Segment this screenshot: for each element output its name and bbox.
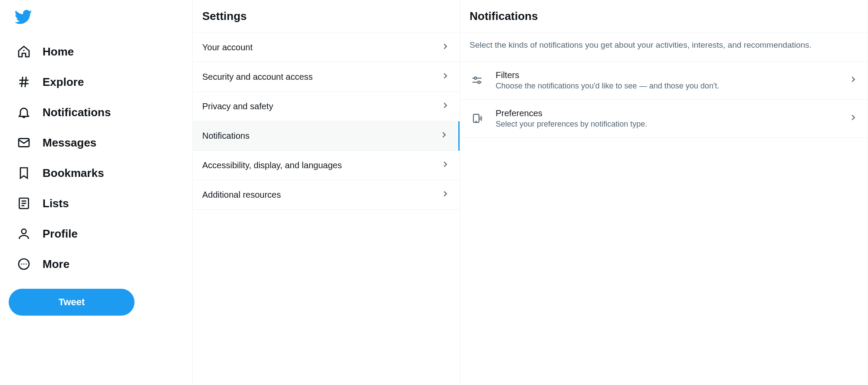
- person-icon: [16, 226, 31, 241]
- settings-column: Settings Your account Security and accou…: [193, 0, 460, 385]
- settings-item-label: Security and account access: [202, 72, 313, 82]
- svg-point-12: [21, 264, 22, 265]
- svg-point-10: [22, 229, 26, 234]
- nav-lists[interactable]: Lists: [9, 188, 77, 219]
- nav-more[interactable]: More: [9, 249, 77, 279]
- detail-item-filters[interactable]: Filters Choose the notifications you'd l…: [460, 62, 868, 100]
- chevron-right-icon: [441, 189, 450, 201]
- nav-label: Lists: [43, 197, 69, 210]
- device-sound-icon: [470, 112, 484, 124]
- detail-item-subtitle: Select your preferences by notification …: [496, 120, 837, 129]
- settings-item-label: Privacy and safety: [202, 101, 273, 111]
- bell-icon: [16, 105, 31, 120]
- svg-line-3: [22, 77, 23, 87]
- chevron-right-icon: [848, 113, 858, 124]
- home-icon: [16, 44, 31, 59]
- nav-label: Bookmarks: [43, 166, 104, 180]
- settings-item-notifications[interactable]: Notifications: [193, 121, 460, 151]
- chevron-right-icon: [441, 101, 450, 112]
- settings-item-label: Your account: [202, 42, 253, 52]
- svg-point-0: [23, 50, 24, 51]
- chevron-right-icon: [441, 160, 450, 171]
- svg-point-14: [26, 264, 27, 265]
- detail-description: Select the kinds of notifications you ge…: [460, 33, 868, 62]
- settings-item-label: Notifications: [202, 131, 250, 141]
- detail-item-title: Filters: [496, 70, 837, 80]
- twitter-bird-icon: [14, 8, 32, 26]
- nav-messages[interactable]: Messages: [9, 127, 104, 158]
- settings-item-label: Additional resources: [202, 190, 281, 200]
- nav-label: More: [43, 258, 69, 271]
- svg-line-4: [25, 77, 26, 87]
- settings-item-security[interactable]: Security and account access: [193, 62, 460, 92]
- sliders-icon: [470, 74, 484, 86]
- settings-item-resources[interactable]: Additional resources: [193, 180, 460, 210]
- twitter-logo[interactable]: [9, 3, 192, 36]
- chevron-right-icon: [848, 75, 858, 86]
- detail-body: Preferences Select your preferences by n…: [496, 108, 837, 129]
- chevron-right-icon: [441, 71, 450, 83]
- settings-item-account[interactable]: Your account: [193, 33, 460, 62]
- nav-notifications[interactable]: Notifications: [9, 97, 118, 127]
- detail-item-subtitle: Choose the notifications you'd like to s…: [496, 82, 837, 91]
- chevron-right-icon: [441, 42, 450, 53]
- nav-label: Notifications: [43, 106, 111, 119]
- envelope-icon: [16, 135, 31, 150]
- nav-label: Profile: [43, 227, 78, 241]
- nav-explore[interactable]: Explore: [9, 67, 92, 97]
- svg-point-13: [23, 264, 25, 265]
- settings-item-privacy[interactable]: Privacy and safety: [193, 92, 460, 121]
- nav-label: Messages: [43, 136, 96, 150]
- more-icon: [16, 257, 31, 271]
- bookmark-icon: [16, 166, 31, 180]
- nav-home[interactable]: Home: [9, 36, 82, 67]
- detail-column: Notifications Select the kinds of notifi…: [460, 0, 868, 385]
- svg-point-18: [478, 81, 480, 83]
- nav-profile[interactable]: Profile: [9, 219, 85, 249]
- settings-item-label: Accessibility, display, and languages: [202, 160, 342, 170]
- list-icon: [16, 196, 31, 211]
- primary-nav: Home Explore Notifications Messages Book: [0, 0, 193, 385]
- settings-title: Settings: [193, 0, 460, 33]
- settings-item-accessibility[interactable]: Accessibility, display, and languages: [193, 151, 460, 180]
- nav-label: Explore: [43, 75, 84, 89]
- chevron-right-icon: [439, 130, 449, 142]
- tweet-button[interactable]: Tweet: [9, 289, 135, 316]
- nav-bookmarks[interactable]: Bookmarks: [9, 158, 112, 188]
- detail-item-title: Preferences: [496, 108, 837, 118]
- detail-item-preferences[interactable]: Preferences Select your preferences by n…: [460, 100, 868, 138]
- svg-point-16: [474, 77, 477, 79]
- detail-body: Filters Choose the notifications you'd l…: [496, 70, 837, 91]
- nav-label: Home: [43, 45, 74, 59]
- hash-icon: [16, 75, 31, 89]
- detail-title: Notifications: [460, 0, 868, 33]
